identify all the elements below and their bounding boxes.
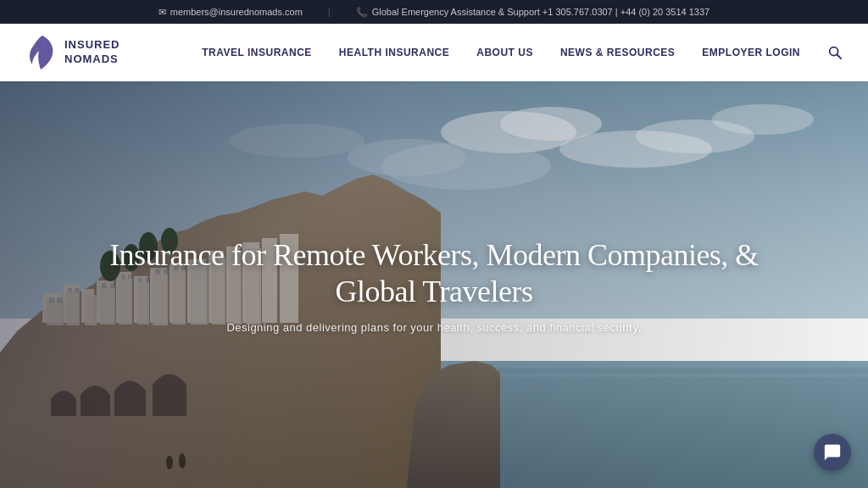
main-nav: TRAVEL INSURANCE HEALTH INSURANCE ABOUT …	[202, 45, 843, 60]
logo-icon	[25, 34, 56, 71]
top-bar: ✉ members@insurednomads.com | 📞 Global E…	[0, 0, 868, 24]
divider: |	[328, 7, 331, 17]
hero-section: Insurance for Remote Workers, Modern Com…	[0, 81, 868, 488]
phone-info[interactable]: 📞 Global Emergency Assistance & Support …	[356, 7, 710, 18]
phone-icon: 📞	[356, 7, 368, 18]
logo-text: insured nomads	[64, 38, 120, 67]
search-button[interactable]	[827, 45, 843, 60]
email-address: members@insurednomads.com	[170, 7, 303, 17]
hero-title: Insurance for Remote Workers, Modern Com…	[68, 237, 800, 310]
chat-icon	[823, 443, 842, 462]
nav-travel-insurance[interactable]: TRAVEL INSURANCE	[202, 47, 312, 58]
logo[interactable]: insured nomads	[25, 34, 120, 71]
phone-text: Global Emergency Assistance & Support +1…	[372, 7, 710, 17]
email-info[interactable]: ✉ members@insurednomads.com	[159, 7, 303, 18]
nav-about-us[interactable]: ABOUT US	[476, 47, 533, 58]
hero-subtitle: Designing and delivering plans for your …	[68, 321, 800, 334]
nav-employer-login[interactable]: EMPLOYER LOGIN	[702, 47, 800, 58]
svg-point-68	[179, 453, 186, 469]
chat-button[interactable]	[814, 434, 851, 471]
nav-news-resources[interactable]: NEWS & RESOURCES	[560, 47, 675, 58]
email-icon: ✉	[159, 7, 166, 18]
svg-point-67	[166, 456, 173, 469]
svg-line-1	[837, 54, 841, 58]
hero-content: Insurance for Remote Workers, Modern Com…	[0, 237, 868, 333]
header: insured nomads TRAVEL INSURANCE HEALTH I…	[0, 24, 868, 81]
nav-health-insurance[interactable]: HEALTH INSURANCE	[339, 47, 449, 58]
